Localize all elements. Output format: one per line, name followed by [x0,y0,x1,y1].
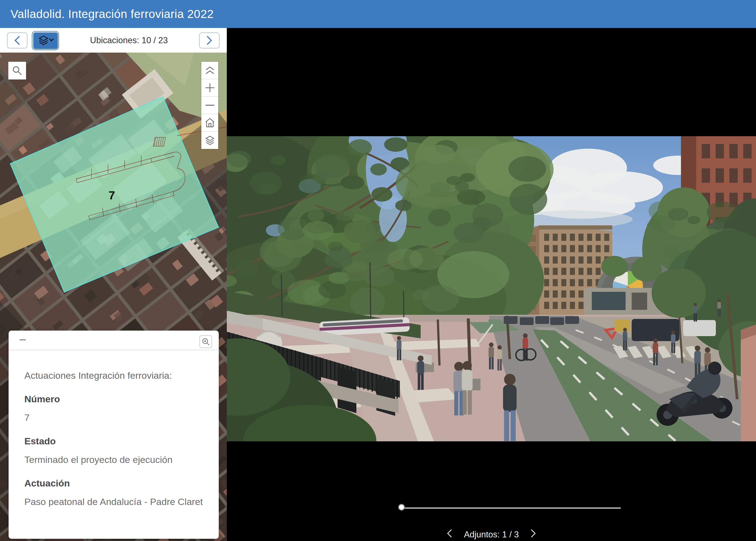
svg-text:7: 7 [109,189,115,202]
